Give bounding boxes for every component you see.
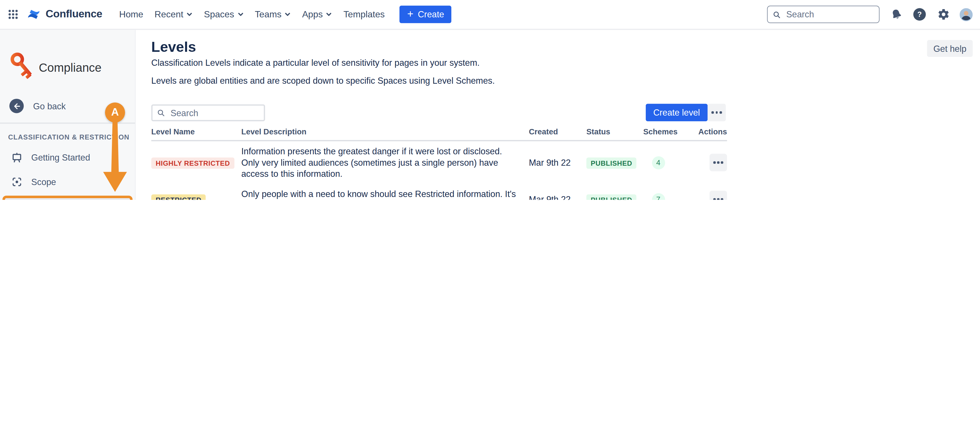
help-button[interactable]: ? [913,8,926,21]
schemes-count: 4 [652,156,665,169]
sidebar-item-getting-started[interactable]: Getting Started [0,146,135,169]
chevron-down-icon [186,11,193,17]
table-row-highly-restricted: HIGHLY RESTRICTED Information presents t… [151,141,727,184]
ellipsis-icon [713,199,716,200]
level-description: Information presents the greatest danger… [242,146,529,180]
table-header-row: Level Name Level Description Created Sta… [151,127,727,141]
user-avatar[interactable] [959,8,973,21]
status-badge: PUBLISHED [586,194,636,200]
annotation-marker-a: A [105,102,125,122]
page-title: Levels [151,39,196,56]
brand-name: Confluence [46,8,102,21]
nav-item-home[interactable]: Home [119,10,143,19]
bell-icon [890,8,903,21]
global-search-input[interactable] [785,9,874,20]
col-actions: Actions [673,127,727,136]
col-level-description: Level Description [242,127,529,136]
page-description-2: Levels are global entities and are scope… [151,76,495,86]
chevron-down-icon [326,11,332,17]
row-actions-button[interactable] [710,191,727,200]
arrow-left-icon [10,99,24,113]
status-badge: PUBLISHED [586,157,636,169]
scope-target-icon [11,176,23,188]
nav-item-recent[interactable]: Recent [154,10,193,19]
created-date: Mar 9th 22 [529,194,586,200]
col-created: Created [529,127,586,136]
notifications-button[interactable] [890,8,903,21]
app-name: Compliance [39,61,101,75]
nav-item-apps[interactable]: Apps [302,10,332,19]
table-more-actions-button[interactable] [708,103,726,121]
chevron-down-icon [285,11,291,17]
schemes-count: 7 [652,193,665,200]
gear-icon [936,8,949,21]
go-back-button[interactable]: Go back [10,99,66,113]
sidebar-item-classification-levels[interactable]: Classification Levels [0,194,135,200]
section-title-classification-restriction: CLASSIFICATION & RESTRICTION [8,133,130,141]
app-switcher-button[interactable] [7,9,19,20]
created-date: Mar 9th 22 [529,157,586,167]
sidebar-item-scope[interactable]: Scope [0,170,135,194]
create-button[interactable]: + Create [400,6,452,23]
ellipsis-icon [713,161,716,164]
create-level-button[interactable]: Create level [646,103,708,121]
level-name-badge: HIGHLY RESTRICTED [151,157,234,169]
row-actions-button[interactable] [710,154,727,171]
top-navigation-bar: Confluence Home Recent Spaces Teams Apps… [0,0,980,30]
easel-icon [11,152,23,164]
levels-table: Level Name Level Description Created Sta… [151,127,727,200]
ellipsis-icon [711,111,714,114]
table-row-restricted: RESTRICTED Only people with a need to kn… [151,184,727,200]
col-schemes: Schemes [643,127,673,136]
confluence-logo-icon [27,7,40,21]
question-mark-icon: ? [913,8,926,21]
compliance-logo-key-icon [5,47,42,86]
search-icon [157,108,165,118]
primary-nav: Home Recent Spaces Teams Apps Templates [119,10,396,19]
col-status: Status [586,127,643,136]
compliance-sidebar: Compliance Go back CLASSIFICATION & REST… [0,30,135,200]
get-help-button[interactable]: Get help [927,40,973,57]
settings-button[interactable] [936,8,949,21]
levels-search-input[interactable] [169,107,260,119]
plus-icon: + [407,9,414,19]
nav-item-templates[interactable]: Templates [344,10,385,19]
global-search[interactable] [767,6,880,23]
level-description: Only people with a need to know should s… [242,188,529,200]
nav-item-teams[interactable]: Teams [255,10,291,19]
level-name-badge: RESTRICTED [151,194,206,200]
search-icon [773,10,781,19]
page-description-1: Classification Levels indicate a particu… [151,57,479,67]
confluence-admin-page: Confluence Home Recent Spaces Teams Apps… [0,0,980,200]
col-level-name: Level Name [151,127,241,136]
levels-search[interactable] [151,105,265,121]
levels-page: Levels Get help Classification Levels in… [135,30,980,200]
confluence-brand[interactable]: Confluence [27,7,102,21]
avatar-photo [959,8,973,21]
app-grid-icon [7,9,19,20]
nav-right-group: ? [767,6,973,23]
sidebar-divider [0,122,135,123]
nav-item-spaces[interactable]: Spaces [204,10,243,19]
chevron-down-icon [237,11,243,17]
